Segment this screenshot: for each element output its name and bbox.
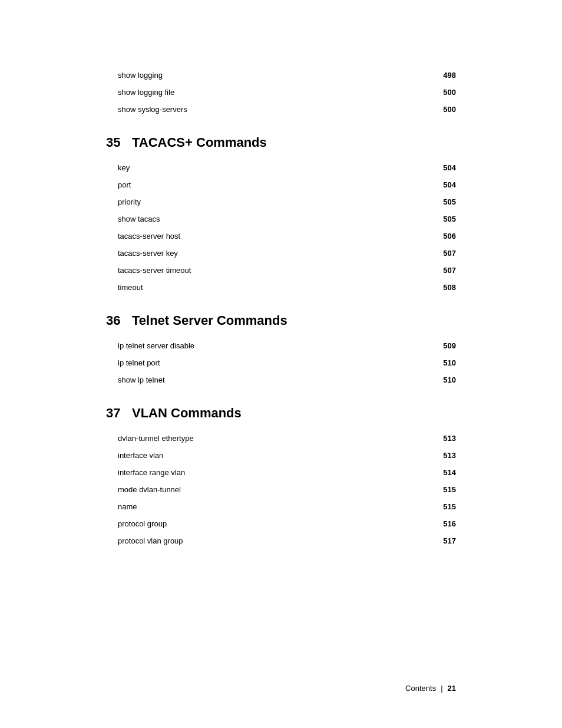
entry-page: 516	[438, 519, 456, 528]
section-entries-36: ip telnet server disable 509 ip telnet p…	[118, 341, 456, 384]
entry-label: protocol vlan group	[118, 536, 183, 545]
toc-entry: show ip telnet 510	[118, 375, 456, 384]
toc-entry: tacacs-server timeout 507	[118, 266, 456, 275]
entry-page: 505	[438, 215, 456, 223]
entry-page: 515	[438, 485, 456, 494]
entry-page: 504	[438, 180, 456, 189]
entry-page: 513	[438, 434, 456, 443]
entry-label: protocol group	[118, 519, 167, 528]
entry-page: 500	[438, 105, 456, 114]
entry-page: 515	[438, 502, 456, 511]
toc-entry: protocol group 516	[118, 519, 456, 528]
section-entries-35: key 504 port 504 priority 505 show tacac…	[118, 163, 456, 292]
entry-page: 510	[438, 375, 456, 384]
toc-entry: priority 505	[118, 197, 456, 206]
entry-page: 514	[438, 468, 456, 477]
entry-label: key	[118, 163, 130, 172]
toc-entry: ip telnet port 510	[118, 358, 456, 367]
entry-label: ip telnet port	[118, 358, 160, 367]
section-heading-37: 37 VLAN Commands	[106, 406, 456, 421]
entry-page: 507	[438, 249, 456, 258]
toc-entry: dvlan-tunnel ethertype 513	[118, 434, 456, 443]
entry-page: 505	[438, 197, 456, 206]
toc-entry: interface range vlan 514	[118, 468, 456, 477]
entry-page: 506	[438, 232, 456, 241]
entry-label: dvlan-tunnel ethertype	[118, 434, 194, 443]
entry-page: 507	[438, 266, 456, 275]
toc-entry: show tacacs 505	[118, 215, 456, 223]
intro-entry: show syslog-servers 500	[118, 105, 456, 114]
entry-label: tacacs-server key	[118, 249, 178, 258]
toc-entry: timeout 508	[118, 283, 456, 292]
entry-label: interface range vlan	[118, 468, 185, 477]
section-heading-36: 36 Telnet Server Commands	[106, 313, 456, 328]
entry-page: 498	[438, 71, 456, 80]
section-title: VLAN Commands	[132, 406, 242, 421]
entry-label: show logging	[118, 71, 163, 80]
section-heading-35: 35 TACACS+ Commands	[106, 135, 456, 150]
entry-label: show ip telnet	[118, 375, 165, 384]
entry-label: timeout	[118, 283, 143, 292]
intro-entry: show logging 498	[118, 71, 456, 80]
toc-entry: protocol vlan group 517	[118, 536, 456, 545]
entry-label: show syslog-servers	[118, 105, 187, 114]
section-number: 36	[106, 313, 124, 328]
intro-entry: show logging file 500	[118, 88, 456, 97]
entry-page: 508	[438, 283, 456, 292]
footer-page: 21	[448, 684, 456, 693]
sections-container: 35 TACACS+ Commands key 504 port 504 pri…	[106, 135, 456, 545]
section-number: 35	[106, 135, 124, 150]
section-title: TACACS+ Commands	[132, 135, 267, 150]
entry-label: interface vlan	[118, 451, 163, 460]
entry-label: show tacacs	[118, 215, 160, 223]
entry-label: priority	[118, 197, 141, 206]
entry-page: 513	[438, 451, 456, 460]
section-number: 37	[106, 406, 124, 421]
entry-label: tacacs-server host	[118, 232, 180, 241]
footer-separator: |	[441, 684, 442, 693]
toc-entry: key 504	[118, 163, 456, 172]
section-title: Telnet Server Commands	[132, 313, 287, 328]
footer: Contents | 21	[405, 684, 456, 693]
toc-entry: tacacs-server host 506	[118, 232, 456, 241]
entry-page: 500	[438, 88, 456, 97]
entry-label: name	[118, 502, 137, 511]
entry-page: 509	[438, 341, 456, 350]
entry-label: tacacs-server timeout	[118, 266, 191, 275]
toc-entry: tacacs-server key 507	[118, 249, 456, 258]
toc-entry: port 504	[118, 180, 456, 189]
toc-entry: name 515	[118, 502, 456, 511]
entry-page: 504	[438, 163, 456, 172]
entry-page: 510	[438, 358, 456, 367]
toc-entry: mode dvlan-tunnel 515	[118, 485, 456, 494]
entry-label: mode dvlan-tunnel	[118, 485, 181, 494]
entry-page: 517	[438, 536, 456, 545]
section-entries-37: dvlan-tunnel ethertype 513 interface vla…	[118, 434, 456, 545]
footer-label: Contents	[405, 684, 436, 693]
intro-entries: show logging 498 show logging file 500 s…	[118, 71, 456, 114]
entry-label: ip telnet server disable	[118, 341, 194, 350]
entry-label: show logging file	[118, 88, 174, 97]
toc-entry: interface vlan 513	[118, 451, 456, 460]
toc-entry: ip telnet server disable 509	[118, 341, 456, 350]
page: show logging 498 show logging file 500 s…	[0, 0, 562, 728]
entry-label: port	[118, 180, 131, 189]
